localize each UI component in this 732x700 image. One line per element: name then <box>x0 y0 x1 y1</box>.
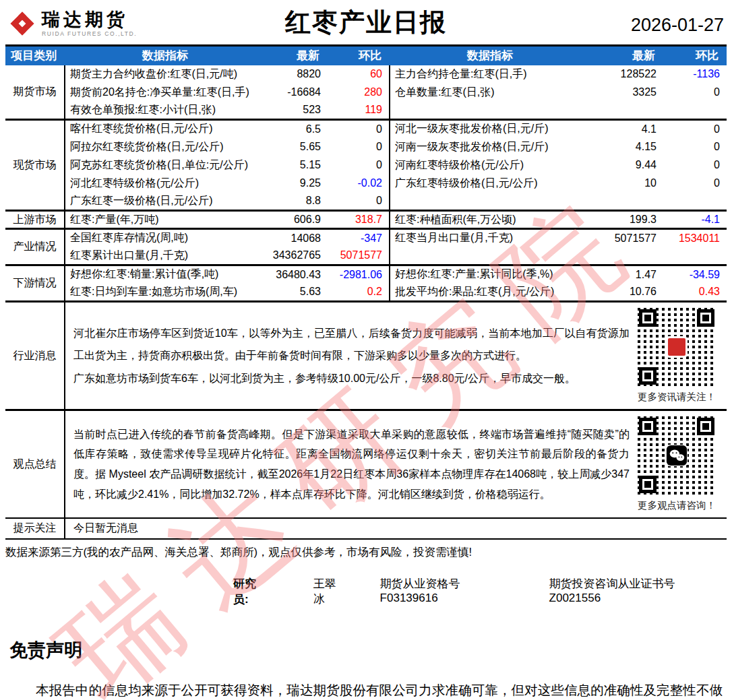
disclaimer-body: 本报告中的信息均来源于公开可获得资料，瑞达期货股份有限公司力求准确可靠，但对这些… <box>9 677 723 700</box>
table-row: 期货市场期货主力合约收盘价:红枣(日,元/吨)882060主力合约持仓量:红枣(… <box>5 65 727 84</box>
researcher-label: 研究员: <box>233 576 272 607</box>
latest-cell <box>590 102 663 120</box>
disclaimer-title: 免责声明 <box>9 638 723 662</box>
table-row: 阿克苏红枣统货价格(日,单位:元/公斤)5.150河南红枣特级价格(元/公斤)9… <box>5 156 727 174</box>
category-cell: 现货市场 <box>5 120 65 211</box>
category-cell: 期货市场 <box>5 65 65 120</box>
category-cell: 提示关注 <box>5 518 65 539</box>
category-cell: 观点总结 <box>5 410 65 519</box>
indicator-cell: 红枣当月出口量(月,千克) <box>390 229 590 247</box>
viewpoint-text: 当前时点已进入传统的春节前备货高峰期。但是下游渠道采取大单采购的意愿较低，终端市… <box>73 424 630 504</box>
chg-cell: 60 <box>328 65 390 84</box>
latest-cell: 199.3 <box>590 211 663 229</box>
chg-cell: -0.02 <box>328 174 390 193</box>
chg-cell: 318.7 <box>328 211 390 229</box>
chg-cell: 0 <box>663 138 727 156</box>
industry-news-section: 行业消息 河北崔尔庄市场停车区到货近10车，以等外为主，已至腊八，后续备货力度可… <box>5 302 727 410</box>
indicator-cell: 红枣:产量(年,万吨) <box>65 211 266 229</box>
table-row: 产业情况全国红枣库存情况(周,吨)14068-347红枣当月出口量(月,千克)5… <box>5 229 727 247</box>
tips-section: 提示关注 今日暂无消息 <box>5 518 727 539</box>
table-row: 阿拉尔红枣统货价格(日,元/公斤)5.650河南一级灰枣批发价格(日,元/斤)4… <box>5 138 727 156</box>
indicator-cell: 阿克苏红枣统货价格(日,单位:元/公斤) <box>65 156 266 174</box>
latest-cell <box>590 193 663 211</box>
researcher-cert-2: 期货投资咨询从业证书号Z0021556 <box>549 576 727 607</box>
table-row: 上游市场红枣:产量(年,万吨)606.9318.7红枣:种植面积(年,万公顷)1… <box>5 211 727 229</box>
news-paragraph: 广东如意坊市场到货车6车，以河北到货为主，参考特级10.00元/公斤，一级8.8… <box>73 367 630 390</box>
chg-cell: -1136 <box>663 65 727 84</box>
latest-cell: 34362765 <box>266 247 328 265</box>
indicator-cell: 期货主力合约收盘价:红枣(日,元/吨) <box>65 65 266 84</box>
chg-cell: 119 <box>328 102 390 120</box>
chg-cell: 0 <box>328 120 390 138</box>
viewpoint-cell: 当前时点已进入传统的春节前备货高峰期。但是下游渠道采取大单采购的意愿较低，终端市… <box>65 410 727 519</box>
table-row: 红枣累计出口量(月,千克)343627655071577 <box>5 247 727 265</box>
tips-text: 今日暂无消息 <box>65 518 727 539</box>
latest-cell: 4.1 <box>590 120 663 138</box>
qr-center-logo-icon <box>666 336 688 358</box>
latest-cell: 3325 <box>590 84 663 102</box>
table-row: 广东红枣一级价格(日,元/公斤)8.80 <box>5 193 727 211</box>
category-cell: 行业消息 <box>5 302 65 410</box>
ruida-logo-icon <box>7 8 38 39</box>
indicator-cell: 河南一级灰枣批发价格(日,元/斤) <box>390 138 590 156</box>
indicator-cell: 喀什红枣统货价格(日,元/公斤) <box>65 120 266 138</box>
category-cell: 产业情况 <box>5 229 65 265</box>
latest-cell: 128522 <box>590 65 663 84</box>
logo-text: 瑞达期货 RUIDA FUTURES CO.,LTD. <box>42 10 137 37</box>
table-row: 红枣:日均到车量:如意坊市场(周,车)5.630.2批发平均价:果品:红枣(月,… <box>5 284 727 302</box>
latest-cell: 523 <box>266 102 328 120</box>
wechat-icon <box>666 445 688 466</box>
indicator-cell: 红枣:种植面积(年,万公顷) <box>390 211 590 229</box>
latest-cell: 606.9 <box>266 211 328 229</box>
indicator-cell: 河北一级灰枣批发价格(日,元/斤) <box>390 120 590 138</box>
chg-cell: 0 <box>663 120 727 138</box>
report-date: 2026-01-27 <box>631 15 724 36</box>
chg-cell: 280 <box>328 84 390 102</box>
industry-news-text: 河北崔尔庄市场停车区到货近10车，以等外为主，已至腊八，后续备货力度可能减弱，当… <box>73 322 630 390</box>
chg-cell: 0 <box>663 84 727 102</box>
viewpoint-row: 观点总结 当前时点已进入传统的春节前备货高峰期。但是下游渠道采取大单采购的意愿较… <box>5 410 727 519</box>
category-cell: 上游市场 <box>5 211 65 229</box>
table-row: 现货市场喀什红枣统货价格(日,元/公斤)6.50河北一级灰枣批发价格(日,元/斤… <box>5 120 727 138</box>
chg-cell: 0.2 <box>328 284 390 302</box>
news-qr-code <box>638 308 716 386</box>
researcher-line: 研究员: 王翠冰 期货从业资格号F03139616 期货投资咨询从业证书号Z00… <box>5 576 727 607</box>
disclaimer-section: 免责声明 本报告中的信息均来源于公开可获得资料，瑞达期货股份有限公司力求准确可靠… <box>5 638 727 700</box>
chg-cell: 0 <box>663 156 727 174</box>
researcher-name: 王翠冰 <box>313 576 348 607</box>
tips-row: 提示关注 今日暂无消息 <box>5 518 727 539</box>
latest-cell: -16684 <box>266 84 328 102</box>
chg-cell: 0 <box>663 174 727 193</box>
table-section: 期货市场期货主力合约收盘价:红枣(日,元/吨)882060主力合约持仓量:红枣(… <box>5 65 727 120</box>
col-header-indicator-left: 数据指标 <box>65 46 266 65</box>
col-header-category: 项目类别 <box>5 46 65 65</box>
col-header-indicator-right: 数据指标 <box>390 46 590 65</box>
brand-name-en: RUIDA FUTURES CO.,LTD. <box>42 30 137 37</box>
indicator-cell: 红枣累计出口量(月,千克) <box>65 247 266 265</box>
table-header: 项目类别 数据指标 最新 环比 数据指标 最新 环比 <box>5 46 727 65</box>
indicator-cell: 河北红枣特级价格(元/公斤) <box>65 174 266 193</box>
indicator-cell: 期货前20名持仓:净买单量:红枣(日,手) <box>65 84 266 102</box>
chg-cell: 0 <box>328 193 390 211</box>
indicator-cell: 主力合约持仓量:红枣(日,手) <box>390 65 590 84</box>
industry-news-row: 行业消息 河北崔尔庄市场停车区到货近10车，以等外为主，已至腊八，后续备货力度可… <box>5 302 727 410</box>
viewpoint-paragraph: 当前时点已进入传统的春节前备货高峰期。但是下游渠道采取大单采购的意愿较低，终端市… <box>73 424 630 504</box>
table-section: 下游情况好想你:红枣:销量:累计值(季,吨)36480.43-2981.06好想… <box>5 265 727 302</box>
category-cell: 下游情况 <box>5 265 65 302</box>
indicator-cell <box>390 193 590 211</box>
data-source-note: 数据来源第三方(我的农产品网、海关总署、郑商所)，观点仅供参考，市场有风险，投资… <box>5 545 727 560</box>
industry-news-cell: 河北崔尔庄市场停车区到货近10车，以等外为主，已至腊八，后续备货力度可能减弱，当… <box>65 302 727 410</box>
chg-cell: -4.1 <box>663 211 727 229</box>
latest-cell: 5.15 <box>266 156 328 174</box>
latest-cell: 14068 <box>266 229 328 247</box>
latest-cell: 10 <box>590 174 663 193</box>
indicator-cell: 有效仓单预报:红枣:小计(日,张) <box>65 102 266 120</box>
latest-cell: 36480.43 <box>266 265 328 284</box>
chg-cell: 0 <box>328 156 390 174</box>
viewpoint-qr-code <box>638 416 716 495</box>
chg-cell: 5071577 <box>328 247 390 265</box>
indicator-cell: 仓单数量:红枣(日,张) <box>390 84 590 102</box>
indicator-table: 项目类别 数据指标 最新 环比 数据指标 最新 环比 期货市场期货主力合约收盘价… <box>5 44 727 540</box>
col-header-chg-left: 环比 <box>328 46 390 65</box>
table-row: 河北红枣特级价格(元/公斤)9.25-0.02广东红枣特级价格(日,元/公斤)1… <box>5 174 727 193</box>
